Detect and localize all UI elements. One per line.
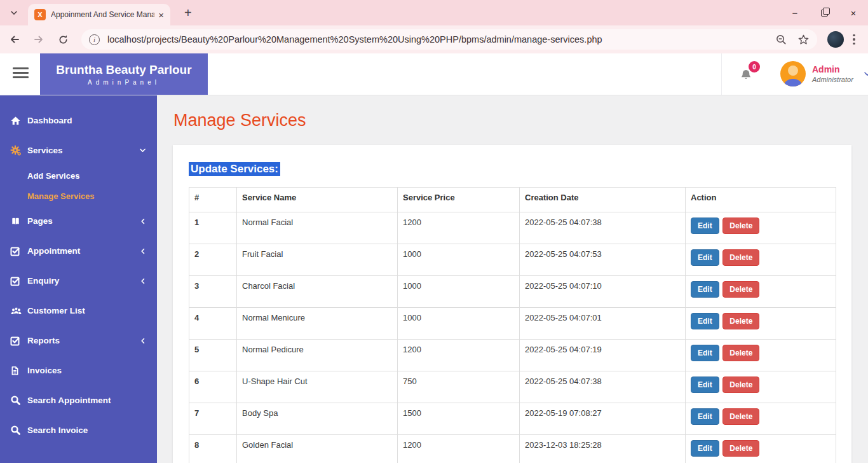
sidebar-item-label: Search Invoice xyxy=(27,425,88,435)
brand-subtitle: AdminPanel xyxy=(40,79,208,86)
tab-search-chevron-icon[interactable] xyxy=(5,4,23,22)
table-row: 6 U-Shape Hair Cut 750 2022-05-25 04:07:… xyxy=(189,371,836,403)
sidebar-item-customer-list[interactable]: Customer List xyxy=(0,296,157,326)
column-header-service-name: Service Name xyxy=(237,188,398,212)
action-cell: Edit Delete xyxy=(686,403,836,435)
service-name-cell: U-Shape Hair Cut xyxy=(237,371,398,403)
edit-button[interactable]: Edit xyxy=(691,408,719,425)
window-controls: − × xyxy=(780,0,868,25)
new-tab-button[interactable]: + xyxy=(179,6,197,20)
bookmark-star-icon[interactable] xyxy=(797,34,810,46)
sidebar-item-search-appointment[interactable]: Search Appointment xyxy=(0,385,157,415)
sidebar-item-invoices[interactable]: Invoices xyxy=(0,356,157,385)
delete-button[interactable]: Delete xyxy=(722,313,759,329)
row-number: 7 xyxy=(189,403,237,435)
page-info-icon[interactable]: i xyxy=(89,34,100,45)
row-number: 1 xyxy=(189,212,237,244)
sidebar-subitem-add-services[interactable]: Add Services xyxy=(0,165,157,186)
restore-icon xyxy=(821,10,828,17)
zoom-indicator-icon[interactable] xyxy=(775,34,787,46)
edit-button[interactable]: Edit xyxy=(691,249,719,266)
back-button[interactable] xyxy=(5,30,24,49)
delete-button[interactable]: Delete xyxy=(722,249,759,266)
edit-button[interactable]: Edit xyxy=(691,313,719,329)
service-name-cell: Normal Menicure xyxy=(237,308,398,340)
delete-button[interactable]: Delete xyxy=(722,377,759,393)
action-cell: Edit Delete xyxy=(686,371,836,403)
sidebar-item-appointment[interactable]: Appointment xyxy=(0,236,157,266)
delete-button[interactable]: Delete xyxy=(722,345,759,361)
services-table-body: 1 Normal Facial 1200 2022-05-25 04:07:38… xyxy=(189,212,836,463)
sidebar-item-pages[interactable]: Pages xyxy=(0,206,157,236)
sidebar-item-enquiry[interactable]: Enquiry xyxy=(0,266,157,296)
service-name-cell: Normal Facial xyxy=(237,212,398,244)
url-bar[interactable]: i localhost/projects/Beauty%20Parlour%20… xyxy=(81,29,817,50)
check-square-icon xyxy=(10,336,25,346)
row-number: 8 xyxy=(189,435,237,463)
edit-button[interactable]: Edit xyxy=(691,440,719,457)
chevron-left-icon xyxy=(139,277,147,285)
sidebar-item-label: Invoices xyxy=(27,366,62,375)
sidebar-item-reports[interactable]: Reports xyxy=(0,326,157,356)
action-cell: Edit Delete xyxy=(686,212,836,244)
url-text[interactable]: localhost/projects/Beauty%20Parlour%20Ma… xyxy=(107,34,769,45)
sidebar-item-label: Customer List xyxy=(27,306,85,315)
sidebar-item-services[interactable]: Services xyxy=(0,135,157,165)
delete-button[interactable]: Delete xyxy=(722,281,759,298)
minimize-button[interactable]: − xyxy=(780,0,810,25)
browser-profile-avatar[interactable] xyxy=(827,31,844,48)
file-icon xyxy=(10,366,25,376)
row-number: 6 xyxy=(189,371,237,403)
check-square-icon xyxy=(10,246,25,256)
sidebar-item-label: Pages xyxy=(27,216,53,226)
close-window-button[interactable]: × xyxy=(839,0,868,25)
service-price-cell: 1000 xyxy=(398,244,520,276)
service-price-cell: 1000 xyxy=(398,308,520,340)
row-number: 5 xyxy=(189,340,237,371)
service-name-cell: Golden Facial xyxy=(237,435,398,463)
table-row: 2 Fruit Facial 1000 2022-05-25 04:07:53 … xyxy=(189,244,836,276)
user-role: Administrator xyxy=(812,76,859,83)
user-menu[interactable]: Admin Administrator xyxy=(780,61,868,86)
action-cell: Edit Delete xyxy=(686,435,836,463)
reload-button[interactable] xyxy=(53,30,72,49)
notifications-button[interactable]: 0 xyxy=(737,64,763,86)
row-number: 4 xyxy=(189,308,237,340)
sidebar-item-dashboard[interactable]: Dashboard xyxy=(0,106,157,135)
sidebar-item-label: Search Appointment xyxy=(27,396,111,405)
delete-button[interactable]: Delete xyxy=(722,408,759,425)
edit-button[interactable]: Edit xyxy=(691,377,719,393)
edit-button[interactable]: Edit xyxy=(691,345,719,361)
forward-button[interactable] xyxy=(29,30,48,49)
chevron-down-icon xyxy=(139,146,147,155)
services-card: Update Services: # Service Name Service … xyxy=(173,145,851,463)
table-header-row: # Service Name Service Price Creation Da… xyxy=(189,188,836,212)
restore-button[interactable] xyxy=(810,0,839,25)
delete-button[interactable]: Delete xyxy=(722,440,759,457)
home-icon xyxy=(10,116,25,126)
service-price-cell: 1500 xyxy=(398,403,520,435)
sidebar-toggle-icon[interactable] xyxy=(13,67,29,78)
edit-button[interactable]: Edit xyxy=(691,218,719,234)
delete-button[interactable]: Delete xyxy=(722,218,759,234)
action-cell: Edit Delete xyxy=(686,276,836,308)
sidebar-item-search-invoice[interactable]: Search Invoice xyxy=(0,415,157,445)
sidebar-item-label: Reports xyxy=(27,336,60,345)
brand-logo[interactable]: Bruntha Beauty Parlour AdminPanel xyxy=(40,53,208,95)
tab-title: Appoinment And Service Mana xyxy=(51,10,154,19)
creation-date-cell: 2022-05-25 04:07:38 xyxy=(520,212,686,244)
edit-button[interactable]: Edit xyxy=(691,281,719,298)
creation-date-cell: 2022-05-19 07:08:27 xyxy=(520,403,686,435)
tab-close-icon[interactable]: × xyxy=(158,10,164,20)
browser-tab[interactable]: X Appoinment And Service Mana × xyxy=(28,4,170,25)
sidebar-subitem-manage-services[interactable]: Manage Services xyxy=(0,186,157,206)
creation-date-cell: 2022-05-25 04:07:19 xyxy=(520,340,686,371)
sidebar-subitem-label: Manage Services xyxy=(27,191,95,201)
service-price-cell: 750 xyxy=(398,371,520,403)
service-name-cell: Charcol Facial xyxy=(237,276,398,308)
creation-date-cell: 2022-05-25 04:07:01 xyxy=(520,308,686,340)
browser-menu-icon[interactable] xyxy=(853,34,855,45)
app-header: Bruntha Beauty Parlour AdminPanel 0 Admi… xyxy=(0,53,868,95)
sidebar: Dashboard Services Add Services Manage S… xyxy=(0,95,157,463)
creation-date-cell: 2022-05-25 04:07:53 xyxy=(520,244,686,276)
